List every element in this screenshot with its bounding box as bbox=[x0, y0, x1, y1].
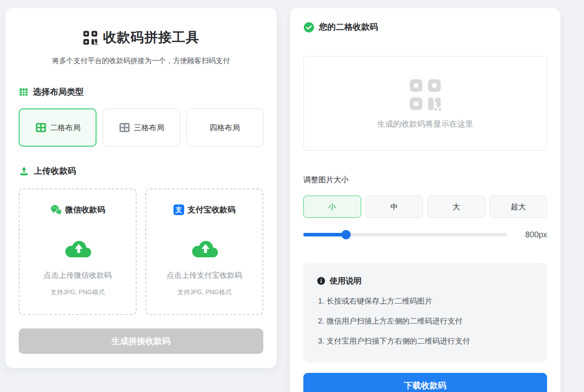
upload-section-title: 上传收款码 bbox=[34, 165, 76, 177]
size-button-small[interactable]: 小 bbox=[303, 196, 361, 218]
usage-info-header: 使用说明 bbox=[317, 276, 534, 286]
page-title: 收款码拼接工具 bbox=[103, 28, 200, 47]
upload-row: 微信收款码 点击上传微信收款码 支持JPG, PNG格式 支 bbox=[19, 188, 263, 315]
alipay-upload-formats: 支持JPG, PNG格式 bbox=[146, 288, 262, 296]
qrcode-icon bbox=[83, 30, 98, 45]
slider-value: 800px bbox=[519, 230, 547, 240]
layout-section-header: 选择布局类型 bbox=[19, 86, 263, 98]
slider-row: 800px bbox=[303, 228, 547, 242]
grid-2x2-icon bbox=[119, 122, 130, 133]
alipay-upload-hint: 点击上传支付宝收款码 bbox=[146, 270, 262, 280]
size-button-large[interactable]: 大 bbox=[427, 196, 485, 218]
instruction-item: 长按或右键保存上方二维码图片 bbox=[326, 296, 534, 306]
upload-section-header: 上传收款码 bbox=[19, 165, 263, 177]
preview-placeholder-text: 生成的收款码将显示在这里 bbox=[377, 119, 473, 129]
download-button[interactable]: 下载收款码 bbox=[303, 373, 547, 392]
wechat-upload-hint: 点击上传微信收款码 bbox=[20, 270, 136, 280]
result-card: 您的二格收款码 生成的收款码将显示在这里 调整图片大小 小 中 大 bbox=[290, 8, 560, 392]
page: 收款码拼接工具 将多个支付平台的收款码拼接为一个，方便顾客扫码支付 选择布局类型 bbox=[0, 0, 584, 392]
wechat-upload-box[interactable]: 微信收款码 点击上传微信收款码 支持JPG, PNG格式 bbox=[19, 188, 137, 315]
size-slider[interactable] bbox=[303, 233, 507, 236]
size-buttons: 小 中 大 超大 bbox=[303, 196, 547, 218]
alipay-upload-box[interactable]: 支 支付宝收款码 点击上传支付宝收款码 支持JPG, PNG格式 bbox=[145, 188, 263, 315]
size-button-medium[interactable]: 中 bbox=[366, 196, 423, 218]
info-circle-icon bbox=[317, 276, 326, 285]
wechat-upload-formats: 支持JPG, PNG格式 bbox=[20, 288, 136, 296]
wechat-icon bbox=[50, 204, 62, 215]
layout-option-label: 三格布局 bbox=[134, 123, 164, 133]
wechat-upload-title-row: 微信收款码 bbox=[20, 204, 136, 215]
layout-option-label: 二格布局 bbox=[50, 123, 81, 133]
layout-option-two-grid[interactable]: 二格布局 bbox=[19, 108, 97, 147]
layout-buttons: 二格布局 三格布局 四格布局 bbox=[19, 108, 263, 147]
slider-thumb[interactable] bbox=[342, 230, 351, 240]
generate-button[interactable]: 生成拼接收款码 bbox=[19, 328, 263, 354]
instruction-item: 微信用户扫描上方左侧的二维码进行支付 bbox=[326, 316, 534, 326]
instruction-item: 支付宝用户扫描下方右侧的二维码进行支付 bbox=[326, 336, 534, 346]
page-title-row: 收款码拼接工具 bbox=[19, 28, 263, 47]
cloud-upload-icon bbox=[20, 238, 136, 260]
usage-info-box: 使用说明 长按或右键保存上方二维码图片 微信用户扫描上方左侧的二维码进行支付 支… bbox=[303, 263, 547, 362]
alipay-icon: 支 bbox=[173, 204, 184, 215]
page-subtitle: 将多个支付平台的收款码拼接为一个，方便顾客扫码支付 bbox=[19, 56, 263, 66]
layout-option-four-grid[interactable]: 四格布局 bbox=[186, 108, 263, 147]
layout-option-three-grid[interactable]: 三格布局 bbox=[103, 108, 180, 147]
result-title: 您的二格收款码 bbox=[319, 21, 378, 33]
check-circle-icon bbox=[303, 22, 314, 33]
usage-info-title: 使用说明 bbox=[330, 276, 362, 286]
slider-fill bbox=[303, 233, 346, 236]
resize-label: 调整图片大小 bbox=[303, 175, 547, 185]
qrcode-placeholder-icon bbox=[408, 78, 442, 112]
tool-card: 收款码拼接工具 将多个支付平台的收款码拼接为一个，方便顾客扫码支付 选择布局类型 bbox=[5, 8, 277, 368]
layout-option-label: 四格布局 bbox=[209, 123, 240, 133]
alipay-upload-title-row: 支 支付宝收款码 bbox=[146, 204, 262, 215]
wechat-upload-title: 微信收款码 bbox=[65, 204, 105, 215]
upload-icon bbox=[19, 166, 29, 176]
layout-section-title: 选择布局类型 bbox=[33, 86, 84, 98]
size-button-xlarge[interactable]: 超大 bbox=[490, 196, 548, 218]
usage-instructions-list: 长按或右键保存上方二维码图片 微信用户扫描上方左侧的二维码进行支付 支付宝用户扫… bbox=[318, 296, 534, 346]
qr-preview-area: 生成的收款码将显示在这里 bbox=[303, 56, 547, 151]
alipay-upload-title: 支付宝收款码 bbox=[188, 204, 236, 215]
cloud-upload-icon bbox=[146, 238, 262, 260]
result-header: 您的二格收款码 bbox=[303, 21, 547, 33]
grid-icon bbox=[19, 87, 28, 97]
grid-2x2-icon bbox=[35, 122, 47, 133]
